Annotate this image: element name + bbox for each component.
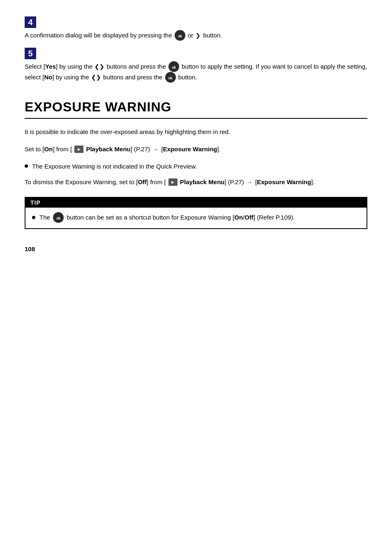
exposure-warning-label-1: Exposure Warning (163, 146, 217, 153)
step4-block: 4 A confirmation dialog will be displaye… (25, 16, 367, 41)
tip-on: On (234, 214, 243, 221)
page-number: 108 (25, 245, 367, 252)
tip-header: TIP (25, 198, 367, 208)
step4-text: A confirmation dialog will be displayed … (25, 30, 367, 41)
step4-text-before: A confirmation dialog will be displayed … (25, 32, 172, 39)
step4-text-after: button. (203, 32, 222, 39)
section-divider (25, 118, 367, 119)
arrow-icon-1: → (153, 146, 158, 154)
tip-prefix: The (39, 214, 50, 221)
step4-number: 4 (25, 16, 36, 28)
set-middle1: ] from [ (53, 146, 72, 153)
bullet-dot-1 (25, 164, 28, 168)
step5-yes: Yes (45, 63, 56, 70)
playback-menu-icon-2: ▶ (168, 178, 178, 186)
dismiss-prefix: To dismiss the Exposure Warning, set to … (25, 178, 138, 185)
chevron-lr-icon-2: ❮❯ (91, 73, 101, 82)
exposure-warning-label-2: Exposure Warning (257, 178, 311, 185)
step5-part3: buttons and press the (106, 63, 166, 70)
tip-bullet: The ok button can be set as a shortcut b… (32, 213, 360, 223)
dismiss-off: Off (138, 178, 147, 185)
bullet-item-1: The Exposure Warning is not indicated in… (25, 162, 367, 171)
step5-number: 5 (25, 48, 36, 59)
step5-part6: buttons and press the (103, 74, 162, 81)
set-prefix: Set to [ (25, 146, 44, 153)
section-title: EXPOSURE WARNING (25, 99, 367, 115)
ok-button-icon-step5a: ok (168, 61, 179, 72)
arrow-icon-2: → (247, 178, 252, 187)
bullet-text-1: The Exposure Warning is not indicated in… (32, 162, 197, 171)
section-intro: It is possible to indicate the over-expo… (25, 127, 367, 137)
set-suffix: ]. (217, 146, 221, 153)
dismiss-suffix: ]. (311, 178, 314, 185)
ok-button-icon-step5b: ok (165, 72, 176, 83)
step5-part5: ] by using the (53, 74, 89, 81)
dismiss-middle2: ] (P.27) (224, 178, 244, 185)
step5-block: 5 Select [Yes] by using the ❮❯ buttons a… (25, 48, 367, 83)
ok-button-icon-step4: ok (175, 30, 185, 41)
tip-middle: button can be set as a shortcut button f… (67, 214, 234, 221)
tip-bullet-dot (32, 216, 35, 219)
step5-part2: ] by using the (56, 63, 92, 70)
step5-part7: button. (178, 74, 197, 81)
playback-menu-label-2: Playback Menu (180, 178, 224, 185)
step4-or: or (188, 32, 193, 39)
playback-menu-icon: ▶ (74, 146, 83, 153)
tip-text: The ok button can be set as a shortcut b… (39, 213, 295, 223)
set-instruction: Set to [On] from [ ▶ Playback Menu] (P.2… (25, 144, 367, 154)
next-button-icon-step4: ❯ (196, 31, 201, 40)
tip-content: The ok button can be set as a shortcut b… (25, 208, 367, 228)
step5-no: No (44, 74, 53, 81)
playback-menu-label: Playback Menu (86, 146, 130, 153)
step5-text: Select [Yes] by using the ❮❯ buttons and… (25, 62, 367, 83)
set-on: On (44, 146, 53, 153)
dismiss-middle1: ] from [ (147, 178, 166, 185)
chevron-lr-icon-1: ❮❯ (95, 62, 104, 71)
tip-box: TIP The ok button can be set as a shortc… (25, 197, 367, 229)
ok-button-icon-tip: ok (53, 212, 64, 223)
exposure-warning-section: EXPOSURE WARNING It is possible to indic… (25, 99, 367, 229)
tip-suffix: ] (Refer P.109). (254, 214, 295, 221)
step5-part1: Select [ (25, 63, 45, 70)
tip-off: Off (244, 214, 254, 221)
dismiss-text: To dismiss the Exposure Warning, set to … (25, 177, 367, 187)
set-middle2: ] (P.27) (131, 146, 150, 153)
